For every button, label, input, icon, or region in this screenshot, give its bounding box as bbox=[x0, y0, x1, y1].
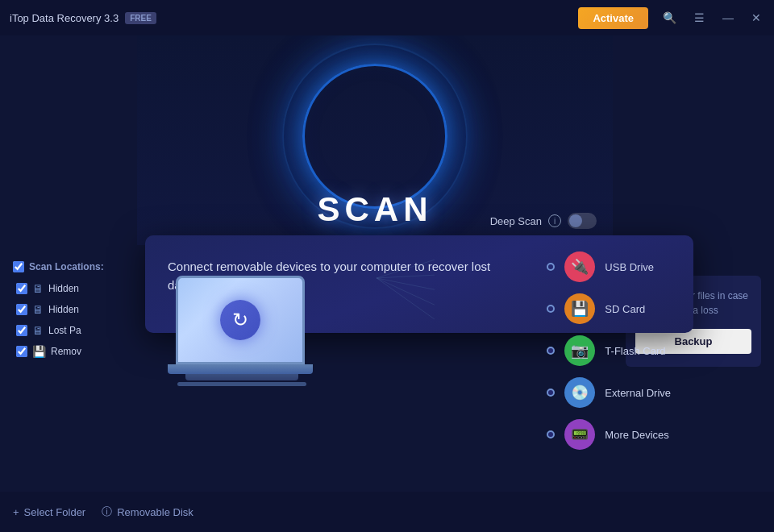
device-dot-usb bbox=[547, 263, 555, 271]
titlebar-right: Activate 🔍 ☰ — ✕ bbox=[578, 7, 764, 29]
usb-drive-label: USB Drive bbox=[605, 261, 654, 273]
usb-drive-icon: 🔌 bbox=[564, 251, 595, 282]
titlebar: iTop Data Recovery 3.3 FREE Activate 🔍 ☰… bbox=[0, 0, 774, 35]
laptop-stand bbox=[185, 374, 298, 380]
device-external: 💿 External Drive bbox=[547, 377, 671, 408]
device-dot-tflash bbox=[547, 347, 555, 355]
device-dot-more bbox=[547, 430, 555, 438]
tflash-icon: 📷 bbox=[564, 335, 595, 366]
scan-locations-checkbox[interactable] bbox=[13, 261, 24, 272]
location-name-1: Hidden bbox=[48, 283, 79, 294]
location-name-4: Remov bbox=[51, 346, 81, 357]
drive-icon-3: 🖥 bbox=[32, 324, 44, 337]
refresh-icon: ↻ bbox=[220, 300, 260, 340]
bottom-bar: + Select Folder ⓘ Removable Disk bbox=[0, 492, 774, 532]
location-checkbox-2[interactable] bbox=[16, 304, 27, 315]
app-title: iTop Data Recovery 3.3 bbox=[10, 12, 119, 24]
free-badge: FREE bbox=[125, 12, 156, 24]
more-devices-label: More Devices bbox=[605, 429, 668, 441]
more-devices-icon: 📟 bbox=[564, 419, 595, 450]
external-drive-label: External Drive bbox=[605, 387, 671, 399]
popup-box: Connect removable devices to your comput… bbox=[145, 235, 693, 333]
devices-container: 🔌 USB Drive 💾 SD Card 📷 T-Flash Card bbox=[547, 251, 671, 450]
location-checkbox-4[interactable] bbox=[16, 346, 27, 357]
info-icon[interactable]: i bbox=[548, 214, 561, 227]
info-circle-icon: ⓘ bbox=[102, 505, 112, 519]
menu-icon[interactable]: ☰ bbox=[691, 10, 708, 26]
device-sd: 💾 SD Card bbox=[547, 293, 671, 324]
location-checkbox-1[interactable] bbox=[16, 283, 27, 294]
deep-scan-toggle[interactable] bbox=[568, 213, 597, 229]
tflash-label: T-Flash Card bbox=[605, 345, 665, 357]
deep-scan-label: Deep Scan bbox=[490, 215, 542, 227]
titlebar-left: iTop Data Recovery 3.3 FREE bbox=[10, 12, 156, 24]
main-content: Scan Locations: 🖥 Hidden 🖥 Hidden 🖥 Lost… bbox=[0, 35, 774, 532]
laptop-base bbox=[168, 364, 313, 374]
close-icon[interactable]: ✕ bbox=[748, 10, 764, 26]
scan-locations-header: Scan Locations: bbox=[13, 261, 131, 272]
activate-button[interactable]: Activate bbox=[578, 7, 648, 29]
device-usb: 🔌 USB Drive bbox=[547, 251, 671, 282]
sidebar: Scan Locations: 🖥 Hidden 🖥 Hidden 🖥 Lost… bbox=[0, 35, 137, 532]
plus-icon: + bbox=[13, 506, 19, 518]
search-icon[interactable]: 🔍 bbox=[660, 10, 680, 26]
list-item: 🖥 Hidden bbox=[13, 303, 131, 316]
drive-icon-2: 🖥 bbox=[32, 303, 44, 316]
list-item: 🖥 Hidden bbox=[13, 282, 131, 295]
drive-icon-1: 🖥 bbox=[32, 282, 44, 295]
device-tflash: 📷 T-Flash Card bbox=[547, 335, 671, 366]
sd-card-label: SD Card bbox=[605, 303, 645, 315]
select-folder-label: Select Folder bbox=[24, 506, 86, 518]
select-folder-button[interactable]: + Select Folder bbox=[13, 506, 85, 518]
device-dot-external bbox=[547, 389, 555, 397]
laptop-illustration: ↻ bbox=[161, 276, 322, 405]
laptop-foot bbox=[177, 382, 306, 386]
location-name-3: Lost Pa bbox=[48, 325, 81, 336]
center-area: SCAN Deep Scan i Connect removable devic… bbox=[137, 35, 613, 532]
removable-disk-button[interactable]: ⓘ Removable Disk bbox=[102, 505, 194, 519]
list-item: 💾 Remov bbox=[13, 345, 131, 358]
scan-label[interactable]: SCAN bbox=[317, 190, 432, 229]
drive-icon-4: 💾 bbox=[32, 345, 46, 358]
popup-overlay: Connect removable devices to your comput… bbox=[137, 235, 613, 492]
glow-ring-inner bbox=[302, 64, 447, 209]
sidebar-content: Scan Locations: 🖥 Hidden 🖥 Hidden 🖥 Lost… bbox=[0, 35, 137, 358]
location-name-2: Hidden bbox=[48, 304, 79, 315]
location-checkbox-3[interactable] bbox=[16, 325, 27, 336]
laptop-screen: ↻ bbox=[176, 276, 305, 364]
deep-scan-row: Deep Scan i bbox=[490, 213, 613, 229]
list-item: 🖥 Lost Pa bbox=[13, 324, 131, 337]
scan-locations-label: Scan Locations: bbox=[29, 261, 104, 272]
removable-disk-label: Removable Disk bbox=[117, 506, 194, 518]
device-more: 📟 More Devices bbox=[547, 419, 671, 450]
device-dot-sd bbox=[547, 305, 555, 313]
external-drive-icon: 💿 bbox=[564, 377, 595, 408]
sd-card-icon: 💾 bbox=[564, 293, 595, 324]
minimize-icon[interactable]: — bbox=[719, 10, 737, 26]
